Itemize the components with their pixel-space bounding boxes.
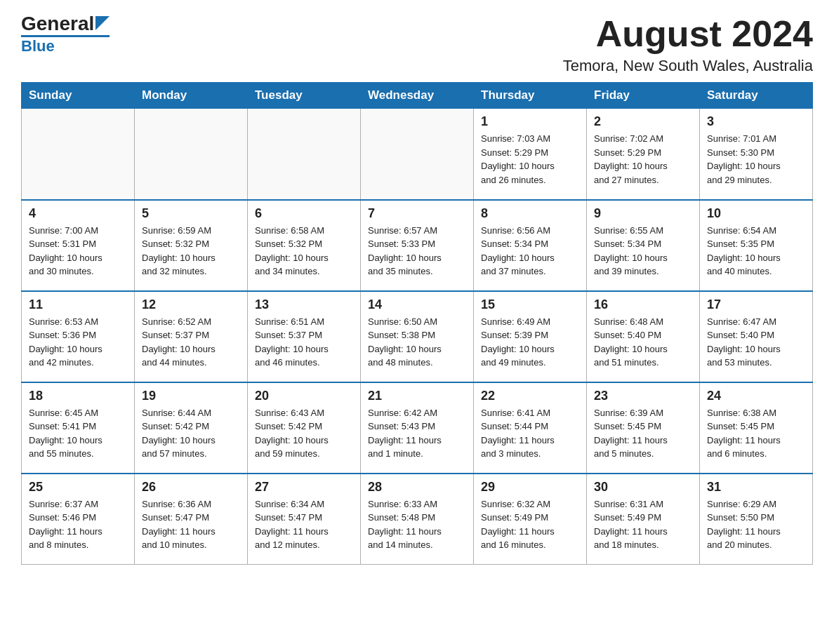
day-number: 28 <box>368 480 466 495</box>
table-row: 24Sunrise: 6:38 AMSunset: 5:45 PMDayligh… <box>700 382 813 474</box>
title-section: August 2024 Temora, New South Wales, Aus… <box>563 14 813 75</box>
header-saturday: Saturday <box>700 83 813 109</box>
table-row: 31Sunrise: 6:29 AMSunset: 5:50 PMDayligh… <box>700 474 813 565</box>
day-number: 4 <box>29 206 127 221</box>
day-info: Sunrise: 6:50 AMSunset: 5:38 PMDaylight:… <box>368 315 466 370</box>
day-number: 18 <box>29 389 127 403</box>
table-row: 2Sunrise: 7:02 AMSunset: 5:29 PMDaylight… <box>587 109 700 200</box>
day-number: 30 <box>594 480 692 495</box>
calendar-week-row: 4Sunrise: 7:00 AMSunset: 5:31 PMDaylight… <box>22 200 813 291</box>
svg-marker-0 <box>95 16 110 30</box>
table-row: 30Sunrise: 6:31 AMSunset: 5:49 PMDayligh… <box>587 474 700 565</box>
day-number: 26 <box>142 480 240 495</box>
day-info: Sunrise: 6:51 AMSunset: 5:37 PMDaylight:… <box>255 315 353 370</box>
day-info: Sunrise: 7:01 AMSunset: 5:30 PMDaylight:… <box>707 132 805 187</box>
day-info: Sunrise: 6:32 AMSunset: 5:49 PMDaylight:… <box>481 497 579 552</box>
day-number: 10 <box>707 206 805 221</box>
day-info: Sunrise: 7:00 AMSunset: 5:31 PMDaylight:… <box>29 224 127 279</box>
logo-general-text: General <box>21 14 94 34</box>
table-row: 13Sunrise: 6:51 AMSunset: 5:37 PMDayligh… <box>248 291 361 382</box>
day-number: 17 <box>707 297 805 312</box>
day-info: Sunrise: 6:47 AMSunset: 5:40 PMDaylight:… <box>707 315 805 370</box>
day-info: Sunrise: 6:38 AMSunset: 5:45 PMDaylight:… <box>707 406 805 461</box>
table-row <box>22 109 135 200</box>
table-row: 5Sunrise: 6:59 AMSunset: 5:32 PMDaylight… <box>135 200 248 291</box>
day-info: Sunrise: 6:31 AMSunset: 5:49 PMDaylight:… <box>594 497 692 552</box>
header-monday: Monday <box>135 83 248 109</box>
day-number: 27 <box>255 480 353 495</box>
day-info: Sunrise: 6:29 AMSunset: 5:50 PMDaylight:… <box>707 497 805 552</box>
day-number: 14 <box>368 297 466 312</box>
day-number: 19 <box>142 389 240 403</box>
day-number: 13 <box>255 297 353 312</box>
day-info: Sunrise: 6:43 AMSunset: 5:42 PMDaylight:… <box>255 406 353 461</box>
header-friday: Friday <box>587 83 700 109</box>
day-info: Sunrise: 6:49 AMSunset: 5:39 PMDaylight:… <box>481 315 579 370</box>
day-info: Sunrise: 6:33 AMSunset: 5:48 PMDaylight:… <box>368 497 466 552</box>
day-info: Sunrise: 6:58 AMSunset: 5:32 PMDaylight:… <box>255 224 353 279</box>
day-number: 11 <box>29 297 127 312</box>
logo: General Blue <box>21 14 110 55</box>
table-row: 1Sunrise: 7:03 AMSunset: 5:29 PMDaylight… <box>474 109 587 200</box>
day-info: Sunrise: 7:03 AMSunset: 5:29 PMDaylight:… <box>481 132 579 187</box>
day-info: Sunrise: 6:45 AMSunset: 5:41 PMDaylight:… <box>29 406 127 461</box>
table-row: 25Sunrise: 6:37 AMSunset: 5:46 PMDayligh… <box>22 474 135 565</box>
day-info: Sunrise: 6:41 AMSunset: 5:44 PMDaylight:… <box>481 406 579 461</box>
day-info: Sunrise: 6:48 AMSunset: 5:40 PMDaylight:… <box>594 315 692 370</box>
calendar-title: August 2024 <box>563 14 813 54</box>
table-row: 10Sunrise: 6:54 AMSunset: 5:35 PMDayligh… <box>700 200 813 291</box>
logo-triangle-icon <box>95 16 110 30</box>
calendar-week-row: 18Sunrise: 6:45 AMSunset: 5:41 PMDayligh… <box>22 382 813 474</box>
table-row: 4Sunrise: 7:00 AMSunset: 5:31 PMDaylight… <box>22 200 135 291</box>
header-wednesday: Wednesday <box>361 83 474 109</box>
table-row: 16Sunrise: 6:48 AMSunset: 5:40 PMDayligh… <box>587 291 700 382</box>
calendar-header-row: Sunday Monday Tuesday Wednesday Thursday… <box>22 83 813 109</box>
table-row: 18Sunrise: 6:45 AMSunset: 5:41 PMDayligh… <box>22 382 135 474</box>
day-number: 9 <box>594 206 692 221</box>
day-number: 3 <box>707 114 805 129</box>
day-info: Sunrise: 6:53 AMSunset: 5:36 PMDaylight:… <box>29 315 127 370</box>
table-row: 6Sunrise: 6:58 AMSunset: 5:32 PMDaylight… <box>248 200 361 291</box>
day-number: 12 <box>142 297 240 312</box>
day-info: Sunrise: 6:54 AMSunset: 5:35 PMDaylight:… <box>707 224 805 279</box>
table-row: 28Sunrise: 6:33 AMSunset: 5:48 PMDayligh… <box>361 474 474 565</box>
table-row: 17Sunrise: 6:47 AMSunset: 5:40 PMDayligh… <box>700 291 813 382</box>
day-info: Sunrise: 7:02 AMSunset: 5:29 PMDaylight:… <box>594 132 692 187</box>
day-info: Sunrise: 6:57 AMSunset: 5:33 PMDaylight:… <box>368 224 466 279</box>
calendar-week-row: 25Sunrise: 6:37 AMSunset: 5:46 PMDayligh… <box>22 474 813 565</box>
day-number: 1 <box>481 114 579 129</box>
table-row <box>248 109 361 200</box>
day-info: Sunrise: 6:42 AMSunset: 5:43 PMDaylight:… <box>368 406 466 461</box>
calendar-week-row: 1Sunrise: 7:03 AMSunset: 5:29 PMDaylight… <box>22 109 813 200</box>
header-tuesday: Tuesday <box>248 83 361 109</box>
table-row: 15Sunrise: 6:49 AMSunset: 5:39 PMDayligh… <box>474 291 587 382</box>
day-info: Sunrise: 6:52 AMSunset: 5:37 PMDaylight:… <box>142 315 240 370</box>
table-row: 21Sunrise: 6:42 AMSunset: 5:43 PMDayligh… <box>361 382 474 474</box>
table-row <box>361 109 474 200</box>
day-number: 25 <box>29 480 127 495</box>
day-info: Sunrise: 6:55 AMSunset: 5:34 PMDaylight:… <box>594 224 692 279</box>
table-row: 9Sunrise: 6:55 AMSunset: 5:34 PMDaylight… <box>587 200 700 291</box>
table-row: 11Sunrise: 6:53 AMSunset: 5:36 PMDayligh… <box>22 291 135 382</box>
day-number: 31 <box>707 480 805 495</box>
table-row: 8Sunrise: 6:56 AMSunset: 5:34 PMDaylight… <box>474 200 587 291</box>
day-number: 23 <box>594 389 692 403</box>
table-row: 7Sunrise: 6:57 AMSunset: 5:33 PMDaylight… <box>361 200 474 291</box>
day-info: Sunrise: 6:39 AMSunset: 5:45 PMDaylight:… <box>594 406 692 461</box>
header-sunday: Sunday <box>22 83 135 109</box>
day-number: 7 <box>368 206 466 221</box>
day-number: 22 <box>481 389 579 403</box>
day-number: 15 <box>481 297 579 312</box>
day-number: 5 <box>142 206 240 221</box>
table-row: 20Sunrise: 6:43 AMSunset: 5:42 PMDayligh… <box>248 382 361 474</box>
day-number: 20 <box>255 389 353 403</box>
table-row: 26Sunrise: 6:36 AMSunset: 5:47 PMDayligh… <box>135 474 248 565</box>
day-info: Sunrise: 6:44 AMSunset: 5:42 PMDaylight:… <box>142 406 240 461</box>
day-number: 21 <box>368 389 466 403</box>
day-info: Sunrise: 6:36 AMSunset: 5:47 PMDaylight:… <box>142 497 240 552</box>
table-row: 23Sunrise: 6:39 AMSunset: 5:45 PMDayligh… <box>587 382 700 474</box>
table-row: 14Sunrise: 6:50 AMSunset: 5:38 PMDayligh… <box>361 291 474 382</box>
calendar-table: Sunday Monday Tuesday Wednesday Thursday… <box>21 82 813 565</box>
table-row: 29Sunrise: 6:32 AMSunset: 5:49 PMDayligh… <box>474 474 587 565</box>
day-number: 24 <box>707 389 805 403</box>
